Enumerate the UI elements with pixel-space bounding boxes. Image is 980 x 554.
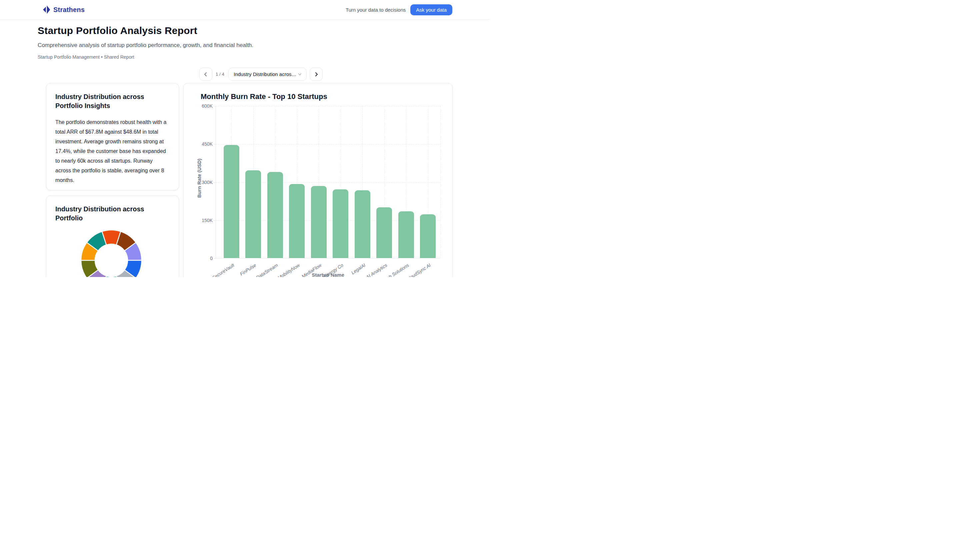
x-gridline (440, 106, 441, 258)
pager-prev-button[interactable] (199, 68, 212, 81)
bar-MobilityNow (289, 184, 305, 258)
bar-GreenEnergy Co (332, 189, 348, 258)
y-tick-label: 150K (192, 218, 213, 223)
bar-MediaFlow (311, 186, 327, 258)
bar-DataStream (267, 172, 283, 258)
x-axis-title: Startup Name (216, 272, 440, 277)
donut-card-title: Industry Distribution across Portfolio (55, 205, 170, 223)
y-tick-label: 450K (192, 141, 213, 146)
bar-FinPulse (245, 170, 261, 258)
header-right: Turn your data to decisions Ask your dat… (346, 4, 452, 15)
bar-CloudSync AI (420, 214, 436, 258)
y-tick-mark (214, 220, 216, 221)
y-gridline (216, 144, 440, 144)
header-tagline: Turn your data to decisions (346, 7, 406, 13)
bar-PropTech Solutions (398, 211, 414, 258)
chart-selector-dropdown[interactable]: Industry Distribution acros… (228, 68, 307, 81)
y-tick-label: 600K (192, 103, 213, 109)
ask-your-data-button[interactable]: Ask your data (410, 4, 452, 15)
y-axis-title: Burn Rate (USD) (196, 159, 202, 198)
bar-chart-card: Monthly Burn Rate - Top 10 Startups Burn… (183, 83, 453, 277)
page-meta: Startup Portfolio Management • Shared Re… (38, 54, 253, 60)
brand-logo-icon (43, 5, 50, 15)
chevron-left-icon (203, 72, 208, 76)
chevron-down-icon (298, 72, 302, 76)
header: Strathens Turn your data to decisions As… (0, 0, 490, 20)
pager-page-indicator: 1 / 4 (216, 72, 224, 76)
chart-selector-label: Industry Distribution acros… (234, 71, 296, 77)
donut-card: Industry Distribution across Portfolio (46, 195, 179, 277)
y-tick-label: 300K (192, 180, 213, 185)
page-title: Startup Portfolio Analysis Report (38, 25, 253, 36)
title-block: Startup Portfolio Analysis Report Compre… (38, 25, 253, 60)
y-tick-mark (214, 258, 216, 259)
y-tick-label: 0 (192, 256, 213, 261)
page-subtitle: Comprehensive analysis of startup portfo… (38, 42, 253, 49)
donut-chart (80, 229, 143, 277)
bar-plot: 600K450K300K150K0SecureVaultFinPulseData… (216, 106, 440, 258)
chart-pager: 1 / 4 Industry Distribution acros… (16, 68, 490, 81)
bar-LegalAI (355, 190, 370, 258)
brand-name: Strathens (53, 6, 85, 14)
pager-next-button[interactable] (310, 68, 323, 81)
insight-card: Industry Distribution across Portfolio I… (46, 83, 179, 190)
report-page: Strathens Turn your data to decisions As… (0, 0, 490, 277)
insight-card-body: The portfolio demonstrates robust health… (55, 117, 170, 185)
chevron-right-icon (314, 72, 319, 76)
brand[interactable]: Strathens (43, 5, 85, 15)
y-tick-mark (214, 182, 216, 183)
bar-AI Analytics (376, 207, 392, 258)
y-tick-mark (214, 144, 216, 144)
insight-card-title: Industry Distribution across Portfolio I… (55, 92, 170, 110)
bar-SecureVault (224, 145, 239, 258)
bar-chart-title: Monthly Burn Rate - Top 10 Startups (200, 92, 327, 101)
